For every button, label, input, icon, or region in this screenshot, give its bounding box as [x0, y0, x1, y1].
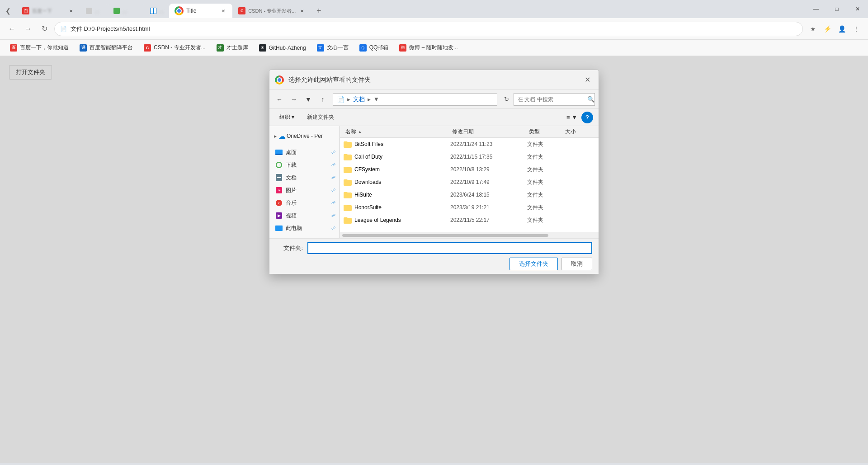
profile-button[interactable]: 👤 [835, 23, 848, 35]
dialog-up-button[interactable]: ↑ [316, 93, 329, 106]
bookmark-wenxin-icon: 文 [317, 44, 324, 52]
videos-icon: ▶ [275, 211, 283, 220]
file-item-bitsoft-date: 2022/11/24 11:23 [450, 141, 527, 147]
select-folder-button[interactable]: 选择文件夹 [509, 258, 558, 270]
bookmark-translate[interactable]: 译 百度智能翻译平台 [75, 42, 137, 54]
horizontal-scrollbar[interactable] [340, 232, 599, 238]
dialog-footer: 文件夹: 选择文件夹 取消 [269, 238, 599, 274]
downloads-pin-icon: ☍ [331, 163, 335, 167]
bookmark-baidu[interactable]: 百 百度一下，你就知道 [5, 42, 73, 54]
tab-active-favicon [175, 6, 184, 15]
dialog-forward-button[interactable]: → [288, 93, 300, 106]
tab-2[interactable]: ... [80, 4, 108, 18]
file-item-callofduty[interactable]: Call of Duty 2022/11/15 17:35 文件夹 [340, 150, 599, 163]
tab-3[interactable]: ... [108, 4, 144, 18]
col-header-date[interactable]: 修改日期 [450, 128, 527, 136]
sidebar-item-documents[interactable]: 文档 ☍ [269, 171, 339, 184]
search-bar[interactable]: 🔍 [514, 93, 595, 106]
sidebar-thispc-label: 此电脑 [286, 225, 329, 232]
sort-arrow-icon: ▲ [358, 130, 362, 134]
dialog-back-button[interactable]: ← [273, 93, 286, 106]
tab-csdn-close[interactable]: ✕ [298, 7, 306, 14]
file-item-callofduty-type: 文件夹 [527, 153, 563, 161]
file-item-lol[interactable]: League of Legends 2022/11/5 22:17 文件夹 [340, 214, 599, 226]
file-item-lol-date: 2022/11/5 22:17 [450, 217, 527, 223]
tab-chevron-left[interactable]: ❮ [4, 4, 16, 18]
sidebar-item-downloads[interactable]: ↓ 下载 ☍ [269, 159, 339, 171]
dialog-refresh-button[interactable]: ↻ [501, 94, 512, 105]
back-button[interactable]: ← [5, 23, 18, 35]
sidebar-item-desktop[interactable]: 桌面 ☍ [269, 146, 339, 159]
dialog-up-dropdown[interactable]: ▼ [302, 93, 315, 106]
file-item-hisuite[interactable]: HiSuite 2023/6/24 18:15 文件夹 [340, 188, 599, 201]
reload-button[interactable]: ↻ [38, 23, 51, 35]
help-button[interactable]: ? [581, 112, 593, 123]
dialog-close-button[interactable]: ✕ [581, 74, 593, 86]
sidebar-onedrive[interactable]: ► ☁ OneDrive - Per [269, 130, 339, 142]
tab-3-title: ... [123, 8, 139, 14]
file-item-honorsuite-type: 文件夹 [527, 204, 563, 211]
search-icon-button[interactable]: 🔍 [587, 96, 594, 103]
file-item-cfsystem[interactable]: CFSystem 2022/10/8 13:29 文件夹 [340, 163, 599, 176]
tab-active[interactable]: Title ✕ [169, 4, 232, 18]
tab-csdn[interactable]: C CSDN - 专业开发者... ✕ [233, 4, 311, 18]
tab-active-close[interactable]: ✕ [220, 7, 227, 14]
sidebar-item-videos[interactable]: ▶ 视频 ☍ [269, 209, 339, 222]
browser-toolbar: ← → ↻ 📄 文件 D:/0-Projects/h5/test.html ★ … [0, 18, 868, 40]
minimize-button[interactable]: — [806, 0, 826, 18]
file-item-bitsoft[interactable]: BitSoft Files 2022/11/24 11:23 文件夹 [340, 138, 599, 150]
folder-icon-bitsoft [344, 141, 352, 148]
forward-button[interactable]: → [22, 23, 34, 35]
file-item-downloads[interactable]: Downloads 2022/10/9 17:49 文件夹 [340, 176, 599, 188]
new-tab-button[interactable]: + [311, 4, 326, 18]
new-folder-button[interactable]: 新建文件夹 [302, 112, 339, 123]
organize-button[interactable]: 组织 ▾ [275, 112, 299, 123]
sidebar-item-music[interactable]: ♫ 音乐 ☍ [269, 197, 339, 209]
search-input[interactable] [518, 96, 585, 103]
bookmark-wenxin-label: 文心一言 [327, 44, 349, 52]
breadcrumb-bar[interactable]: 📄 ► 文档 ► ▼ [333, 93, 497, 106]
folder-icon-callofduty [344, 153, 352, 160]
cancel-button[interactable]: 取消 [561, 258, 592, 270]
bookmark-github[interactable]: ☀ GitHub-Azheng [255, 42, 311, 54]
desktop-icon [275, 148, 283, 156]
col-header-name[interactable]: 名称 ▲ [344, 128, 450, 136]
bookmark-baidu-label: 百度一下，你就知道 [20, 44, 69, 52]
file-item-honorsuite[interactable]: HonorSuite 2023/3/19 21:21 文件夹 [340, 201, 599, 214]
breadcrumb-documents[interactable]: 文档 [353, 95, 365, 103]
address-bar[interactable]: 📄 文件 D:/0-Projects/h5/test.html [54, 22, 803, 36]
h-scroll-thumb[interactable] [341, 233, 549, 238]
bookmark-csdn[interactable]: C CSDN - 专业开发者... [139, 42, 210, 54]
bookmark-cai[interactable]: 才 才士题库 [212, 42, 253, 54]
tab-4[interactable]: ... [145, 4, 169, 18]
file-item-downloads-name: Downloads [344, 178, 450, 186]
tab-1[interactable]: 百 百度一下 ✕ [17, 4, 80, 18]
breadcrumb-dropdown-button[interactable]: ▼ [373, 96, 379, 103]
breadcrumb-folder-icon: 📄 [337, 96, 344, 103]
file-item-bitsoft-name: BitSoft Files [344, 141, 450, 148]
sidebar-item-pictures[interactable]: ☀ 图片 ☍ [269, 184, 339, 197]
bookmark-weibo[interactable]: 微 微博 – 随时随地发... [395, 42, 462, 54]
more-options-button[interactable]: ⋮ [850, 23, 863, 35]
sidebar-item-thispc[interactable]: 此电脑 ☍ [269, 222, 339, 235]
bookmark-wenxin[interactable]: 文 文心一言 [312, 42, 353, 54]
sidebar-desktop-label: 桌面 [286, 149, 329, 156]
filename-input[interactable] [307, 242, 592, 254]
file-item-callofduty-date: 2022/11/15 17:35 [450, 154, 527, 160]
sidebar-downloads-label: 下载 [286, 161, 329, 169]
bookmark-star-button[interactable]: ★ [807, 23, 819, 35]
view-toggle-button[interactable]: ≡ ▼ [566, 112, 578, 123]
tab-2-title: ... [95, 8, 102, 14]
bookmark-weibo-label: 微博 – 随时随地发... [409, 44, 458, 52]
tab-1-close[interactable]: ✕ [67, 7, 75, 14]
tab-1-favicon: 百 [22, 7, 29, 14]
col-header-size[interactable]: 大小 [563, 128, 595, 136]
thispc-pin-icon: ☍ [331, 226, 335, 230]
col-header-type[interactable]: 类型 [527, 128, 563, 136]
extensions-button[interactable]: ⚡ [821, 23, 834, 35]
bookmark-qq[interactable]: Q QQ邮箱 [355, 42, 393, 54]
close-button[interactable]: ✕ [847, 0, 868, 18]
lock-icon: 📄 [60, 26, 67, 32]
maximize-button[interactable]: □ [826, 0, 847, 18]
expand-arrow-icon: ► [273, 134, 278, 139]
